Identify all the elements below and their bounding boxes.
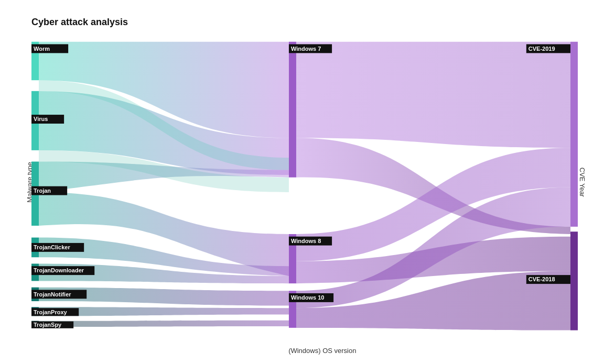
- label-windows8: Windows 8: [291, 238, 321, 244]
- label-trojanspy: TrojanSpy: [34, 322, 61, 328]
- node-cve2018: [570, 231, 578, 330]
- right-axis-label: CVE Year: [578, 167, 586, 196]
- chart-title: Cyber attack analysis: [31, 17, 128, 28]
- label-trojanclicker: TrojanClicker: [34, 244, 70, 250]
- flow-trojanspy-windows10: [39, 321, 289, 327]
- node-cve2019: [570, 42, 578, 227]
- label-trojandownloader: TrojanDownloader: [34, 268, 84, 274]
- flow-windows7-cve2019: [296, 42, 570, 148]
- label-virus: Virus: [34, 116, 48, 123]
- label-cve2018: CVE-2018: [528, 277, 555, 283]
- label-trojanproxy: TrojanProxy: [34, 309, 67, 315]
- label-windows10: Windows 10: [291, 295, 325, 301]
- label-trojan: Trojan: [34, 187, 51, 194]
- label-worm: Worm: [34, 46, 50, 52]
- node-windows7: [289, 42, 296, 178]
- x-axis-label: (Windows) OS version: [288, 347, 356, 355]
- label-windows7: Windows 7: [291, 46, 321, 52]
- label-trojannotifier: TrojanNotifier: [34, 291, 71, 297]
- sankey-diagram: Worm Virus Trojan TrojanClicker TrojanDo…: [31, 39, 578, 335]
- label-cve2019: CVE-2019: [528, 46, 555, 52]
